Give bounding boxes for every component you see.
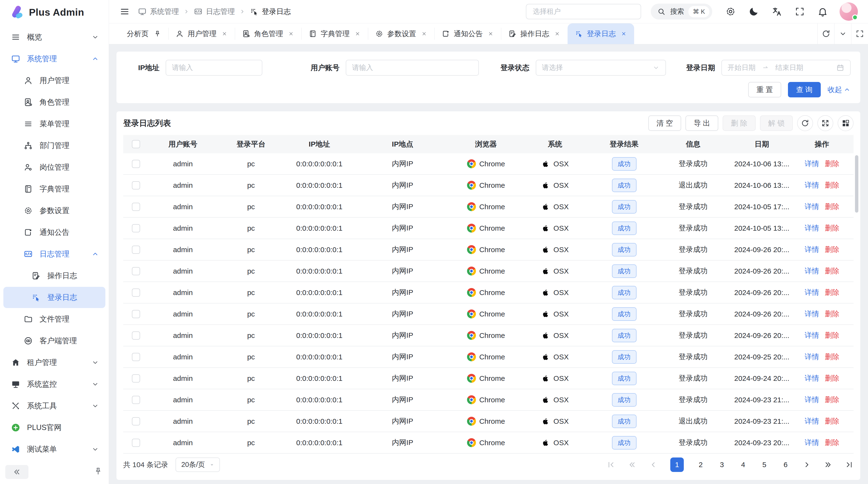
row-checkbox[interactable] [132,267,140,275]
sidebar-item-tools[interactable]: 系统工具 [3,395,105,417]
tab-通知公告[interactable]: 通知公告 [434,23,501,44]
page-number-4[interactable]: 4 [739,461,747,469]
delete-link[interactable]: 删除 [825,266,839,276]
row-checkbox[interactable] [132,439,140,447]
delete-link[interactable]: 删除 [825,374,839,383]
page-number-2[interactable]: 2 [696,461,705,469]
delete-link[interactable]: 删除 [825,352,839,362]
close-icon[interactable] [354,31,361,37]
table-scrollbar-thumb[interactable] [855,155,858,213]
delete-link[interactable]: 删除 [825,438,839,448]
sidebar-item-plus-site[interactable]: PLUS官网 [3,417,105,438]
row-checkbox[interactable] [132,331,140,340]
fullscreen-icon[interactable] [795,6,805,17]
row-checkbox[interactable] [132,181,140,189]
close-icon[interactable] [221,31,227,37]
sidebar-item-monitor[interactable]: 系统管理 [3,48,105,69]
login-date-range-picker[interactable]: 开始日期 结束日期 [721,60,850,76]
detail-link[interactable]: 详情 [805,288,819,297]
dark-mode-moon-icon[interactable] [748,6,759,17]
breadcrumb-item-login-log[interactable]: 登录日志 [250,7,291,17]
sidebar-pin-button[interactable] [94,467,102,477]
settings-gear-icon[interactable] [725,6,736,17]
global-search[interactable]: 搜索 ⌘ K [651,4,712,20]
collapse-filter-link[interactable]: 收起 [828,85,850,95]
detail-link[interactable]: 详情 [805,159,819,169]
tab-角色管理[interactable]: 角色管理 [235,23,301,44]
sidebar-item-oplog[interactable]: 操作日志 [3,265,105,286]
hamburger-menu-icon[interactable] [120,6,130,17]
sidebar-item-loginlog[interactable]: 登录日志 [3,287,105,308]
detail-link[interactable]: 详情 [805,438,819,448]
next-page-button[interactable] [802,461,811,469]
delete-link[interactable]: 删除 [825,416,839,426]
first-page-button[interactable] [607,461,615,469]
sidebar-item-role[interactable]: 角色管理 [3,92,105,113]
toolbar-button-清空[interactable]: 清 空 [648,116,681,131]
sidebar-item-monitor2[interactable]: 系统监控 [3,374,105,395]
detail-link[interactable]: 详情 [805,352,819,362]
row-checkbox[interactable] [132,396,140,404]
row-checkbox[interactable] [132,310,140,318]
ip-input[interactable]: 请输入 [166,60,262,76]
detail-link[interactable]: 详情 [805,202,819,212]
sidebar-item-tenant[interactable]: 租户管理 [3,352,105,373]
sidebar-item-notice[interactable]: 通知公告 [3,222,105,243]
delete-link[interactable]: 删除 [825,180,839,190]
row-checkbox[interactable] [132,246,140,254]
toolbar-button-导出[interactable]: 导 出 [685,116,718,131]
next-5-pages-button[interactable] [824,461,832,469]
table-fullscreen-button[interactable] [817,115,833,131]
sidebar-item-book[interactable]: 字典管理 [3,179,105,200]
row-checkbox[interactable] [132,160,140,168]
account-input[interactable]: 请输入 [346,60,478,76]
page-number-1[interactable]: 1 [670,457,684,472]
tab-用户管理[interactable]: 用户管理 [168,23,235,44]
row-checkbox[interactable] [132,289,140,297]
translate-icon[interactable] [772,6,782,17]
delete-link[interactable]: 删除 [825,288,839,297]
row-checkbox[interactable] [132,374,140,383]
close-icon[interactable] [554,31,560,37]
detail-link[interactable]: 详情 [805,374,819,383]
user-avatar[interactable] [840,2,858,21]
page-size-select[interactable]: 20条/页 [176,457,220,472]
table-refresh-button[interactable] [797,115,813,131]
detail-link[interactable]: 详情 [805,245,819,255]
sidebar-item-workflow[interactable]: 工作流 [3,460,105,463]
page-number-3[interactable]: 3 [717,461,726,469]
tab-操作日志[interactable]: 操作日志 [501,23,567,44]
close-icon[interactable] [621,31,627,37]
breadcrumb-item-system[interactable]: 系统管理 [138,7,179,17]
sidebar-item-user[interactable]: 用户管理 [3,70,105,91]
delete-link[interactable]: 删除 [825,223,839,233]
content-fullscreen-button[interactable] [851,23,868,44]
tabs-refresh-button[interactable] [817,23,834,44]
close-icon[interactable] [288,31,294,37]
sidebar-item-client[interactable]: 客户端管理 [3,330,105,351]
detail-link[interactable]: 详情 [805,309,819,319]
delete-link[interactable]: 删除 [825,159,839,169]
status-select[interactable]: 请选择 [536,60,666,76]
sidebar-item-org[interactable]: 部门管理 [3,135,105,156]
close-icon[interactable] [488,31,494,37]
detail-link[interactable]: 详情 [805,416,819,426]
delete-link[interactable]: 删除 [825,245,839,255]
detail-link[interactable]: 详情 [805,330,819,340]
breadcrumb-item-log[interactable]: 日志管理 [194,7,235,17]
page-number-6[interactable]: 6 [781,461,790,469]
detail-link[interactable]: 详情 [805,266,819,276]
last-page-button[interactable] [845,461,854,469]
delete-link[interactable]: 删除 [825,330,839,340]
row-checkbox[interactable] [132,224,140,232]
sidebar-item-post[interactable]: 岗位管理 [3,157,105,178]
notification-bell-icon[interactable] [817,6,828,17]
tab-分析页[interactable]: 分析页 [120,23,168,44]
delete-link[interactable]: 删除 [825,395,839,405]
prev-5-pages-button[interactable] [628,461,637,469]
page-number-5[interactable]: 5 [760,461,769,469]
sidebar-item-dev[interactable]: 日志管理 [3,244,105,265]
delete-link[interactable]: 删除 [825,309,839,319]
query-button[interactable]: 查 询 [788,82,821,97]
delete-link[interactable]: 删除 [825,202,839,212]
